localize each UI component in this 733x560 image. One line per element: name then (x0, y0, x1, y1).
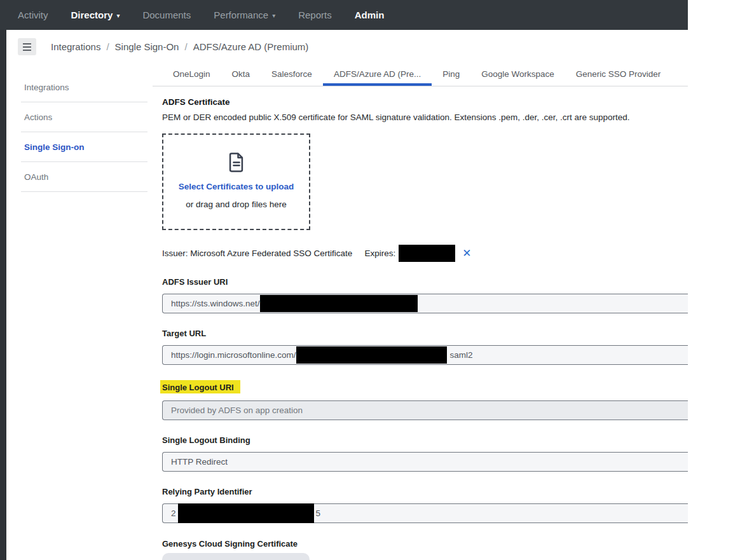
issuer-text: Issuer: Microsoft Azure Federated SSO Ce… (162, 249, 352, 258)
expires-label: Expires: (364, 249, 395, 258)
nav-item-reports[interactable]: Reports (298, 10, 332, 20)
sidebar-item-single-sign-on[interactable]: Single Sign-on (6, 132, 153, 161)
adfs-issuer-uri-label: ADFS Issuer URI (162, 277, 688, 287)
single-logout-uri-label: Single Logout URI (162, 380, 688, 393)
breadcrumb-single-sign-on[interactable]: Single Sign-On (115, 41, 179, 52)
top-navigation-bar: Activity Directory ▾ Documents Performan… (0, 0, 688, 30)
document-icon (228, 152, 245, 172)
yellow-highlight: Single Logout URI (160, 380, 240, 393)
target-url-input[interactable]: https://login.microsoftonline.com/ saml2 (162, 345, 688, 365)
drag-drop-hint: or drag and drop files here (186, 200, 286, 209)
left-dark-rail (0, 30, 6, 560)
main-content: OneLogin Okta Salesforce ADFS/Azure AD (… (153, 64, 688, 560)
single-logout-uri-input[interactable]: Provided by ADFS on app creation (162, 400, 688, 420)
sidebar-item-oauth[interactable]: OAuth (6, 162, 153, 191)
single-logout-uri-placeholder: Provided by ADFS on app creation (171, 406, 303, 415)
nav-item-activity[interactable]: Activity (18, 10, 48, 20)
adfs-issuer-uri-input[interactable]: https://sts.windows.net/ (162, 294, 688, 313)
expires-value-redacted (399, 245, 455, 262)
tab-google-workspace[interactable]: Google Workspace (470, 64, 565, 86)
breadcrumb-separator: / (106, 41, 109, 52)
tab-salesforce[interactable]: Salesforce (261, 64, 323, 86)
certificate-issuer-row: Issuer: Microsoft Azure Federated SSO Ce… (162, 245, 688, 262)
single-logout-binding-input[interactable]: HTTP Redirect (162, 452, 688, 472)
hamburger-menu-icon[interactable] (18, 38, 36, 55)
nav-item-performance[interactable]: Performance ▾ (214, 10, 275, 20)
page-layout: Integrations Actions Single Sign-on OAut… (6, 64, 688, 560)
certificate-dropzone[interactable]: Select Certificates to upload or drag an… (162, 133, 310, 230)
nav-item-admin[interactable]: Admin (355, 10, 385, 20)
select-certificates-link[interactable]: Select Certificates to upload (179, 182, 294, 191)
genesys-signing-certificate-heading: Genesys Cloud Signing Certificate (162, 539, 688, 549)
tab-generic-sso-provider[interactable]: Generic SSO Provider (565, 64, 672, 86)
tab-ping[interactable]: Ping (432, 64, 470, 86)
adfs-issuer-uri-redacted (260, 295, 418, 312)
nav-item-directory[interactable]: Directory ▾ (71, 10, 120, 20)
sidebar-item-actions[interactable]: Actions (6, 102, 153, 132)
tab-okta[interactable]: Okta (221, 64, 261, 86)
target-url-redacted (296, 346, 447, 364)
settings-sidebar: Integrations Actions Single Sign-on OAut… (6, 64, 153, 560)
tab-panel-adfs: ADFS Certificate PEM or DER encoded publ… (153, 97, 688, 560)
sso-provider-tabs: OneLogin Okta Salesforce ADFS/Azure AD (… (153, 64, 688, 86)
breadcrumb: Integrations / Single Sign-On / ADFS/Azu… (51, 41, 308, 52)
adfs-certificate-description: PEM or DER encoded public X.509 certific… (162, 113, 688, 122)
breadcrumb-integrations[interactable]: Integrations (51, 41, 100, 52)
caret-down-icon: ▾ (272, 12, 275, 19)
tab-onelogin[interactable]: OneLogin (162, 64, 221, 86)
remove-certificate-close-icon[interactable]: ✕ (462, 248, 471, 259)
relying-party-identifier-redacted (178, 503, 314, 523)
relying-party-identifier-label: Relying Party Identifier (162, 487, 688, 496)
target-url-label: Target URL (162, 329, 688, 338)
nav-item-documents[interactable]: Documents (142, 10, 191, 20)
sidebar-item-integrations[interactable]: Integrations (6, 72, 153, 102)
breadcrumb-bar: Integrations / Single Sign-On / ADFS/Azu… (6, 30, 733, 64)
sidebar-divider (21, 191, 147, 192)
signing-certificate-button-clipped[interactable] (162, 553, 310, 560)
tab-adfs-azure-ad[interactable]: ADFS/Azure AD (Pre... (323, 64, 432, 86)
breadcrumb-current-page: ADFS/Azure AD (Premium) (193, 41, 309, 52)
single-logout-binding-label: Single Logout Binding (162, 435, 688, 445)
relying-party-identifier-input[interactable]: 2 5 (162, 503, 688, 523)
breadcrumb-separator: / (184, 41, 187, 52)
adfs-certificate-heading: ADFS Certificate (162, 97, 688, 107)
caret-down-icon: ▾ (116, 12, 120, 19)
